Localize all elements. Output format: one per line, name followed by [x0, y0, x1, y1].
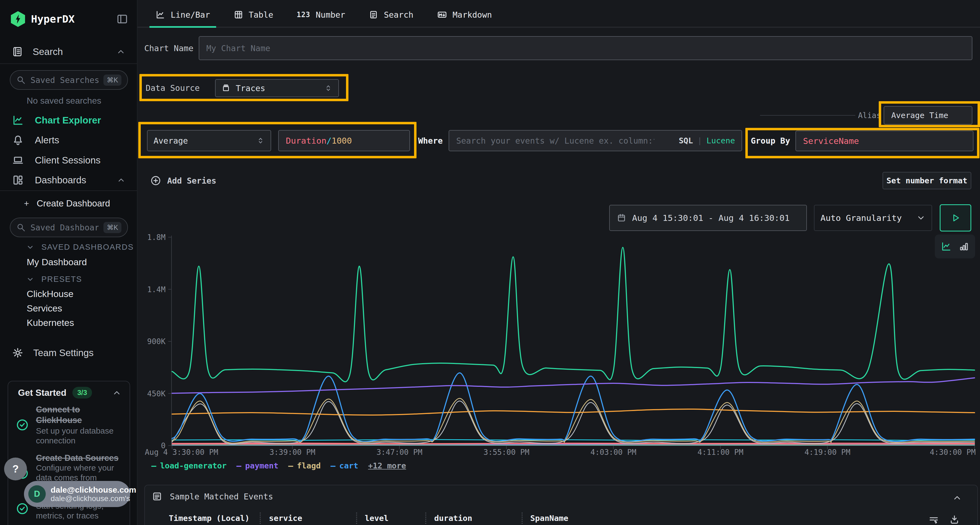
- line-chart-icon: [156, 10, 165, 20]
- chart-type-tabbar: Line/Bar Table 123 Number Search Markdow…: [137, 0, 980, 28]
- sidebar-item-dashboards[interactable]: Dashboards: [0, 172, 137, 189]
- series-load-generator-line: [172, 247, 975, 382]
- check-circle-icon: [16, 419, 29, 431]
- saved-dashboards-group[interactable]: SAVED DASHBOARDS: [26, 243, 134, 252]
- expression-input[interactable]: Duration/1000: [278, 130, 410, 151]
- chevron-down-icon: [26, 243, 34, 251]
- sidebar-item-team-settings[interactable]: Team Settings: [0, 345, 137, 361]
- legend-item-load-generator[interactable]: —load-generator: [151, 461, 227, 471]
- saved-dashboards-input[interactable]: ⌘K: [10, 217, 128, 237]
- column-header-service[interactable]: service: [269, 514, 302, 523]
- dashboards-icon: [12, 174, 24, 186]
- sidebar-item-kubernetes[interactable]: Kubernetes: [27, 317, 74, 328]
- sample-matched-events-panel: Sample Matched Events Timestamp (Local) …: [144, 485, 978, 525]
- sidebar-section-search[interactable]: Search: [0, 44, 137, 59]
- divider: [0, 63, 137, 64]
- column-separator[interactable]: [425, 512, 426, 524]
- language-lucene-option[interactable]: Lucene: [706, 136, 735, 145]
- sidebar: HyperDX Search ⌘K No saved searches Char…: [0, 0, 137, 525]
- saved-dashboards-field[interactable]: [30, 223, 99, 232]
- table-icon: [234, 10, 243, 20]
- chevron-up-icon[interactable]: [116, 47, 126, 56]
- saved-searches-field[interactable]: [30, 75, 99, 85]
- tab-table[interactable]: Table: [228, 0, 279, 27]
- get-started-item-title[interactable]: Create Data Sources: [36, 453, 120, 463]
- get-started-progress-badge: 3/3: [72, 387, 92, 398]
- line-chart-toggle-icon[interactable]: [941, 241, 952, 252]
- series-series-pink-line: [172, 444, 975, 444]
- x-tick-label: 3:47:00 PM: [377, 448, 423, 457]
- search-doc-icon: [369, 10, 379, 20]
- presets-group[interactable]: PRESETS: [26, 275, 82, 284]
- bar-chart-toggle-icon[interactable]: [959, 241, 969, 252]
- run-query-button[interactable]: [940, 204, 971, 232]
- download-icon[interactable]: [949, 514, 960, 525]
- group-by-input[interactable]: ServiceName: [795, 130, 974, 151]
- collapse-sidebar-icon[interactable]: [116, 13, 128, 25]
- y-tick-label: 1.8M: [147, 233, 165, 242]
- column-header-level[interactable]: level: [365, 514, 388, 523]
- tab-line-bar[interactable]: Line/Bar: [150, 0, 216, 27]
- saved-searches-input[interactable]: ⌘K: [10, 70, 128, 90]
- chart-name-input[interactable]: [199, 36, 972, 60]
- alias-value: Average Time: [891, 111, 948, 120]
- alias-input[interactable]: Average Time: [884, 106, 972, 125]
- legend-item-cart[interactable]: —cart: [331, 461, 358, 471]
- sidebar-item-alerts[interactable]: Alerts: [0, 132, 137, 149]
- user-email: dale@clickhouse.com: [51, 485, 136, 495]
- legend-swatch: —: [288, 461, 293, 471]
- sidebar-item-clickhouse[interactable]: ClickHouse: [27, 289, 73, 299]
- legend-item-flagd[interactable]: —flagd: [288, 461, 321, 471]
- sidebar-item-client-sessions[interactable]: Client Sessions: [0, 152, 137, 169]
- chevron-up-icon[interactable]: [117, 176, 126, 184]
- chevron-up-icon[interactable]: [112, 388, 121, 397]
- column-separator[interactable]: [356, 512, 357, 524]
- line-chart-icon: [12, 114, 24, 126]
- column-separator[interactable]: [260, 512, 261, 524]
- column-header-timestamp[interactable]: Timestamp (Local): [169, 514, 250, 523]
- legend-more-link[interactable]: +12 more: [368, 461, 406, 470]
- user-account-chip[interactable]: D dale@clickhouse.com dale@clickhouse.co…: [24, 481, 130, 507]
- alias-label: Alias: [858, 111, 881, 120]
- column-separator[interactable]: [522, 512, 523, 524]
- group-by-value: ServiceName: [803, 136, 859, 146]
- add-series-button[interactable]: Add Series: [150, 173, 216, 188]
- tab-number[interactable]: 123 Number: [291, 0, 351, 27]
- x-tick-label: 3:39:00 PM: [269, 448, 315, 457]
- search-icon: [16, 223, 25, 232]
- date-range-input[interactable]: Aug 4 15:30:01 - Aug 4 16:30:01: [609, 205, 807, 231]
- tab-search[interactable]: Search: [363, 0, 419, 27]
- wrap-lines-icon[interactable]: [928, 514, 939, 525]
- timeseries-chart: 0450K900K1.4M1.8MAug 4 3:30:00 PM3:39:00…: [0, 0, 980, 525]
- updown-chevrons-icon: [324, 84, 332, 92]
- sidebar-item-services[interactable]: Services: [27, 303, 62, 314]
- granularity-select[interactable]: Auto Granularity: [814, 205, 932, 231]
- column-header-duration[interactable]: duration: [434, 514, 472, 523]
- traces-box-icon: [221, 84, 230, 92]
- column-header-spanname[interactable]: SpanName: [530, 514, 568, 523]
- app-logo: HyperDX: [11, 11, 128, 27]
- keyboard-shortcut-badge: ⌘K: [103, 75, 121, 86]
- legend-swatch: —: [331, 461, 336, 471]
- sidebar-item-chart-explorer[interactable]: Chart Explorer: [0, 112, 137, 128]
- sidebar-item-my-dashboard[interactable]: My Dashboard: [27, 257, 87, 267]
- query-language-switch: SQL | Lucene: [679, 130, 735, 151]
- set-number-format-button[interactable]: Set number format: [883, 172, 971, 189]
- aggregation-select[interactable]: Average: [147, 130, 271, 151]
- collapse-section-icon[interactable]: [952, 493, 962, 503]
- help-button[interactable]: ?: [4, 458, 27, 481]
- y-tick-label: 450K: [147, 389, 166, 398]
- expression-value: 1000: [332, 136, 352, 146]
- language-sql-option[interactable]: SQL: [679, 136, 693, 145]
- play-icon: [950, 213, 961, 223]
- where-label: Where: [418, 136, 442, 146]
- get-started-item-title[interactable]: Connect to ClickHouse: [36, 404, 120, 425]
- tab-markdown[interactable]: Markdown: [431, 0, 498, 27]
- create-dashboard-button[interactable]: + Create Dashboard: [0, 196, 137, 211]
- data-source-select[interactable]: Traces: [215, 79, 339, 97]
- get-started-title: Get Started: [18, 388, 67, 398]
- legend-item-payment[interactable]: —payment: [237, 461, 278, 471]
- where-input[interactable]: SQL | Lucene: [449, 130, 742, 151]
- chart-legend: —load-generator —payment —flagd —cart +1…: [151, 460, 406, 472]
- calendar-icon: [617, 213, 626, 222]
